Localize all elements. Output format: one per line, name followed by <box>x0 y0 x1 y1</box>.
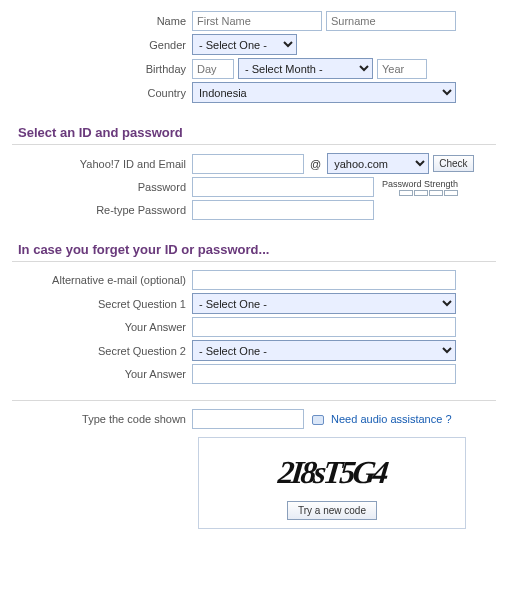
answer1-label: Your Answer <box>12 321 192 333</box>
domain-select[interactable]: yahoo.com <box>327 153 429 174</box>
divider <box>12 261 496 262</box>
alt-email-input[interactable] <box>192 270 456 290</box>
section-id-title: Select an ID and password <box>18 125 496 140</box>
captcha-label: Type the code shown <box>12 413 192 425</box>
audio-icon <box>312 415 324 425</box>
alt-email-label: Alternative e-mail (optional) <box>12 274 192 286</box>
answer1-input[interactable] <box>192 317 456 337</box>
password-strength-meter <box>399 190 458 196</box>
yahoo-id-label: Yahoo!7 ID and Email <box>12 158 192 170</box>
surname-input[interactable] <box>326 11 456 31</box>
at-symbol: @ <box>308 158 323 170</box>
country-select[interactable]: Indonesia <box>192 82 456 103</box>
password-label: Password <box>12 181 192 193</box>
birthday-day-input[interactable] <box>192 59 234 79</box>
captcha-image: 2I8sT5G4 <box>204 446 460 501</box>
retype-password-label: Re-type Password <box>12 204 192 216</box>
answer2-label: Your Answer <box>12 368 192 380</box>
divider <box>12 400 496 401</box>
birthday-label: Birthday <box>12 63 192 75</box>
password-input[interactable] <box>192 177 374 197</box>
divider <box>12 144 496 145</box>
first-name-input[interactable] <box>192 11 322 31</box>
password-strength-label: Password Strength <box>382 179 458 189</box>
yahoo-id-input[interactable] <box>192 154 304 174</box>
answer2-input[interactable] <box>192 364 456 384</box>
try-new-code-button[interactable]: Try a new code <box>287 501 377 520</box>
birthday-year-input[interactable] <box>377 59 427 79</box>
gender-label: Gender <box>12 39 192 51</box>
captcha-input[interactable] <box>192 409 304 429</box>
secret-q2-select[interactable]: - Select One - <box>192 340 456 361</box>
birthday-month-select[interactable]: - Select Month - <box>238 58 373 79</box>
section-forgot-title: In case you forget your ID or password..… <box>18 242 496 257</box>
gender-select[interactable]: - Select One - <box>192 34 297 55</box>
secret-q1-label: Secret Question 1 <box>12 298 192 310</box>
audio-assistance-link[interactable]: Need audio assistance ? <box>331 413 451 425</box>
captcha-box: 2I8sT5G4 Try a new code <box>198 437 466 529</box>
check-button[interactable]: Check <box>433 155 473 172</box>
retype-password-input[interactable] <box>192 200 374 220</box>
name-label: Name <box>12 15 192 27</box>
secret-q2-label: Secret Question 2 <box>12 345 192 357</box>
secret-q1-select[interactable]: - Select One - <box>192 293 456 314</box>
country-label: Country <box>12 87 192 99</box>
